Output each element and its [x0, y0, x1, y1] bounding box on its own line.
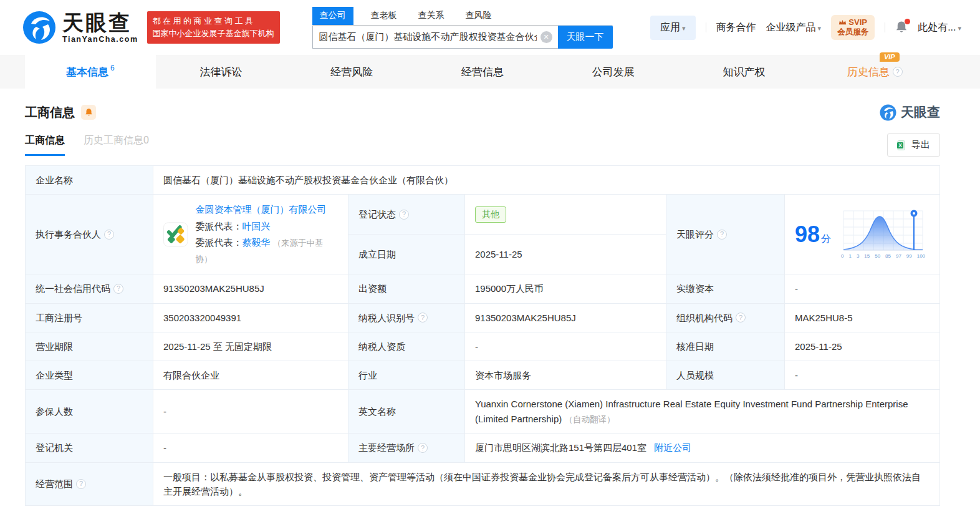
taxpayer-id-value: 91350203MAK25HU85J [465, 303, 666, 332]
user-menu-label: 此处有... [918, 22, 956, 32]
search-tab-risk[interactable]: 查风险 [458, 7, 499, 25]
taxpayer-id-label: 纳税人识别号 [358, 311, 415, 325]
excel-icon: X [897, 140, 907, 150]
partner-company-link[interactable]: 金圆资本管理（厦门）有限公司 [195, 204, 326, 215]
help-icon[interactable]: ? [717, 230, 727, 240]
company-logo-icon [163, 222, 188, 247]
rep1-link[interactable]: 叶国兴 [242, 221, 270, 231]
nav-item-enterprise-products[interactable]: 企业级产品▾ [766, 21, 822, 34]
table-row: 参保人数 - 英文名称 Yuanxin Cornerstone (Xiamen)… [26, 390, 940, 434]
paid-capital-value: - [785, 274, 940, 303]
notifications-button[interactable] [895, 21, 908, 34]
tianyancha-logo-icon [22, 11, 56, 44]
search-tab-relation[interactable]: 查关系 [411, 7, 452, 25]
org-code-label: 组织机构代码 [676, 311, 733, 325]
subscribe-bell-button[interactable] [81, 105, 96, 120]
search-tab-boss[interactable]: 查老板 [363, 7, 405, 25]
establish-date-label: 成立日期 [348, 235, 465, 274]
subtab-business-registration[interactable]: 工商信息 [25, 134, 65, 156]
clear-icon[interactable]: ✕ [540, 31, 552, 43]
chevron-down-icon: ▾ [682, 24, 686, 32]
contribution-label: 出资额 [348, 274, 465, 303]
search-button[interactable]: 天眼一下 [558, 26, 613, 49]
reg-status-label: 登记状态 [358, 207, 396, 221]
reg-status-value-cell: 其他 [465, 195, 666, 235]
divider [706, 22, 706, 32]
tab-label: 法律诉讼 [200, 65, 243, 79]
header: 天眼查 TianYanCha.com 都在用的商业查询工具 国家中小企业发展子基… [0, 0, 980, 55]
credit-code-value: 91350203MAK25HU85J [153, 274, 348, 303]
search-input[interactable] [312, 26, 558, 49]
executive-partner-label-cell: 执行事务合伙人 ? [26, 195, 153, 274]
member-service-label: 会员服务 [837, 27, 868, 37]
svip-member-badge[interactable]: SVIP 会员服务 [831, 15, 875, 39]
tab-basic-info[interactable]: 基本信息 6 [25, 55, 156, 89]
help-icon[interactable]: ? [113, 284, 123, 294]
vip-badge: VIP [880, 52, 900, 62]
tab-intellectual-property[interactable]: 知识产权 [679, 55, 810, 89]
score-unit: 分 [821, 233, 831, 244]
table-row: 企业类型 有限合伙企业 行业 资本市场服务 人员规模 - [26, 361, 940, 390]
subtab-history-registration[interactable]: 历史工商信息0 [84, 134, 149, 156]
reg-number-value: 350203320049391 [153, 303, 348, 332]
nav-item-business-coop[interactable]: 商务合作 [716, 21, 756, 34]
tianyancha-watermark: 天眼查 [880, 104, 940, 121]
help-icon[interactable]: ? [399, 210, 409, 220]
tab-history-info[interactable]: 历史信息 VIP ? [809, 55, 940, 89]
table-row: 统一社会信用代码 ? 91350203MAK25HU85J 出资额 195000… [26, 274, 940, 303]
table-row: 登记机关 - 主要经营场所 ? 厦门市思明区湖滨北路151号第四层401室 附近… [26, 434, 940, 462]
slogan-line1: 都在用的商业查询工具 [153, 15, 274, 27]
nearby-companies-link[interactable]: 附近公司 [654, 442, 691, 453]
establish-date-value: 2025-11-25 [465, 235, 666, 274]
english-name-cell: Yuanxin Cornerstone (Xiamen) Infrastruct… [465, 390, 940, 434]
tab-label: 基本信息 [66, 65, 108, 79]
company-type-value: 有限合伙企业 [153, 361, 348, 390]
help-icon[interactable]: ? [736, 313, 746, 322]
tianyancha-logo[interactable]: 天眼查 TianYanCha.com [22, 11, 138, 44]
english-name-label: 英文名称 [348, 390, 465, 434]
tab-operational-risk[interactable]: 经营风险 [286, 55, 417, 89]
apps-dropdown[interactable]: 应用▾ [650, 16, 696, 40]
business-term-label: 营业期限 [26, 332, 153, 361]
tab-business-info[interactable]: 经营信息 [417, 55, 548, 89]
score-label-cell: 天眼评分 ? [666, 195, 785, 274]
score-marker-pin [911, 210, 918, 251]
help-icon[interactable]: ? [104, 230, 114, 240]
score-chart-ticks: 01 315 5085 9799 100 [841, 253, 925, 260]
help-icon[interactable]: ? [418, 313, 428, 322]
reg-authority-value: - [153, 434, 348, 462]
status-badge: 其他 [475, 206, 506, 223]
chevron-down-icon: ▾ [818, 24, 822, 32]
section-title: 工商信息 [25, 104, 75, 121]
help-icon[interactable]: ? [893, 67, 903, 77]
reg-status-label-cell: 登记状态 ? [348, 195, 465, 235]
english-name-value: Yuanxin Cornerstone (Xiamen) Infrastruct… [475, 399, 908, 424]
executive-partner-cell: 金圆资本管理（厦门）有限公司 委派代表：叶国兴 委派代表：蔡毅华 （来源于中基协… [153, 195, 348, 274]
svip-label: SVIP [848, 17, 867, 27]
contribution-value: 195000万人民币 [465, 274, 666, 303]
user-menu-dropdown[interactable]: 此处有...▾ [918, 21, 961, 34]
main-content: 工商信息 天眼查 工商信息 历史工商信息0 [0, 104, 980, 506]
industry-value: 资本市场服务 [465, 361, 666, 390]
bell-icon [85, 108, 93, 117]
tab-legal-proceedings[interactable]: 法律诉讼 [156, 55, 287, 89]
industry-label: 行业 [348, 361, 465, 390]
help-icon[interactable]: ? [418, 443, 428, 453]
business-scope-value: 一般项目：以私募基金从事股权投资、投资管理、资产管理等活动（须在中国证券投资基金… [153, 462, 940, 506]
reg-number-label: 工商注册号 [26, 303, 153, 332]
staff-size-value: - [785, 361, 940, 390]
search-tab-company[interactable]: 查公司 [312, 7, 353, 25]
org-code-label-cell: 组织机构代码 ? [666, 303, 785, 332]
auto-translate-note: （自动翻译） [564, 415, 615, 424]
export-label: 导出 [911, 139, 930, 151]
taxpayer-qual-label: 纳税人资质 [348, 332, 465, 361]
tab-company-development[interactable]: 公司发展 [548, 55, 679, 89]
export-button[interactable]: X 导出 [887, 133, 940, 157]
executive-partner-label: 执行事务合伙人 [36, 227, 101, 241]
company-tab-bar: 基本信息 6 法律诉讼 经营风险 经营信息 公司发展 知识产权 历史信息 VIP… [0, 55, 980, 89]
rep2-link[interactable]: 蔡毅华 [242, 237, 270, 248]
premises-label-cell: 主要经营场所 ? [348, 434, 465, 462]
chevron-down-icon: ▾ [958, 24, 961, 32]
tab-label: 知识产权 [723, 65, 765, 79]
help-icon[interactable]: ? [76, 479, 86, 489]
